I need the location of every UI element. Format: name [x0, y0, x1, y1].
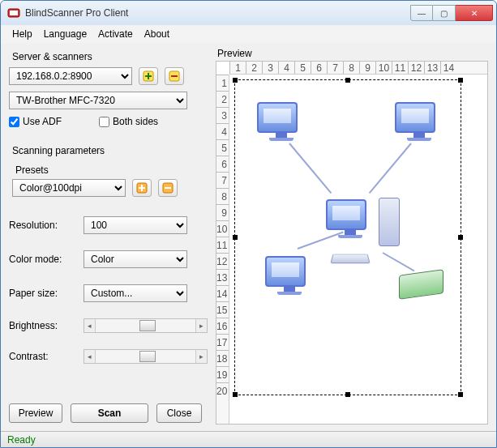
preview-pane[interactable]: 1234567891011121314 12345678910111213141…: [216, 61, 488, 425]
params-group-label: Scanning parameters: [12, 145, 208, 156]
brightness-slider[interactable]: ◂ ▸: [84, 318, 208, 333]
scan-button[interactable]: Scan: [71, 403, 148, 423]
contrast-slider[interactable]: ◂ ▸: [84, 349, 208, 364]
menu-language[interactable]: Language: [39, 27, 92, 41]
chevron-right-icon[interactable]: ▸: [195, 350, 207, 363]
minimize-button[interactable]: —: [410, 5, 433, 21]
maximize-button[interactable]: ▢: [433, 5, 456, 21]
menu-about[interactable]: About: [139, 27, 174, 41]
preview-image: [257, 102, 443, 329]
menu-help[interactable]: Help: [7, 27, 37, 41]
both-sides-checkbox[interactable]: Both sides: [99, 116, 158, 127]
contrast-label: Contrast:: [9, 351, 84, 362]
menu-activate[interactable]: Activate: [93, 27, 138, 41]
resolution-label: Resolution:: [9, 220, 84, 231]
status-text: Ready: [7, 434, 36, 446]
remove-server-button[interactable]: [165, 67, 184, 85]
preset-select[interactable]: Color@100dpi: [12, 179, 126, 197]
window-title: BlindScanner Pro Client: [25, 7, 410, 19]
add-server-button[interactable]: [139, 67, 158, 85]
server-group-label: Server & scanners: [12, 51, 208, 62]
papersize-select[interactable]: Custom...: [84, 284, 187, 302]
minus-icon: [169, 70, 180, 82]
remove-preset-button[interactable]: [158, 179, 178, 197]
use-adf-checkbox[interactable]: Use ADF: [9, 116, 62, 127]
close-button[interactable]: Close: [156, 403, 202, 423]
plus-icon: [136, 182, 148, 194]
scanner-select[interactable]: TW-Brother MFC-7320: [9, 92, 187, 109]
chevron-right-icon[interactable]: ▸: [195, 319, 207, 332]
plus-icon: [143, 70, 154, 82]
add-preset-button[interactable]: [132, 179, 152, 197]
presets-label: Presets: [15, 164, 208, 176]
brightness-label: Brightness:: [9, 320, 84, 331]
ruler-vertical: 1234567891011121314151617181920: [216, 75, 229, 424]
papersize-label: Paper size:: [9, 288, 84, 299]
app-icon: [7, 6, 20, 19]
chevron-left-icon[interactable]: ◂: [84, 319, 96, 332]
ruler-horizontal: 1234567891011121314: [229, 62, 487, 75]
minus-icon: [162, 182, 174, 194]
status-bar: Ready: [1, 431, 496, 447]
close-window-button[interactable]: ✕: [456, 5, 493, 21]
title-bar: BlindScanner Pro Client — ▢ ✕: [1, 1, 496, 25]
chevron-left-icon[interactable]: ◂: [84, 350, 96, 363]
resolution-select[interactable]: 100: [84, 216, 187, 234]
server-address-select[interactable]: 192.168.0.2:8900: [9, 67, 132, 85]
colormode-label: Color mode:: [9, 254, 84, 265]
preview-label: Preview: [217, 48, 488, 59]
preview-canvas[interactable]: [233, 78, 484, 420]
preview-button[interactable]: Preview: [9, 403, 62, 423]
colormode-select[interactable]: Color: [84, 250, 187, 268]
svg-rect-1: [10, 11, 18, 15]
menu-bar: Help Language Activate About: [1, 25, 496, 43]
